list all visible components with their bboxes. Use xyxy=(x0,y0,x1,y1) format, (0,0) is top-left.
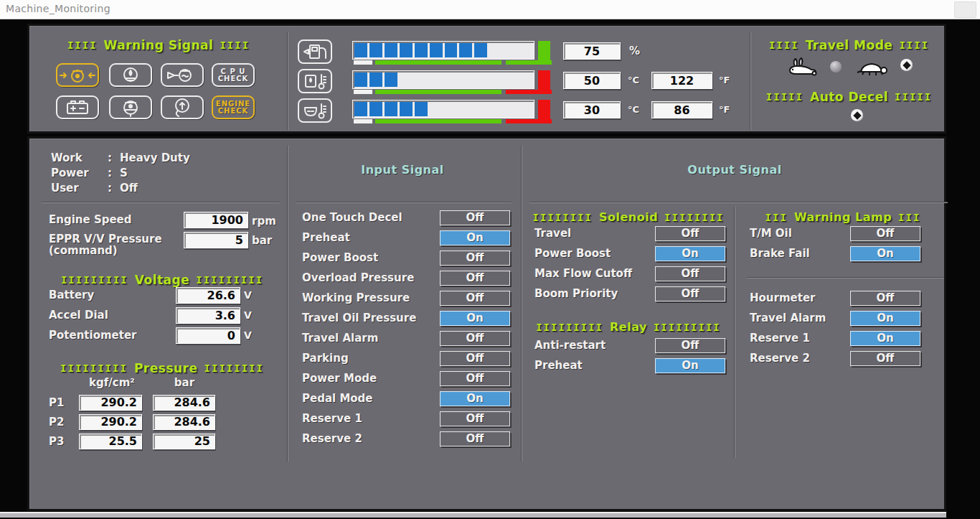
coolant-temp-f-field[interactable]: 122 xyxy=(651,72,712,89)
gauge-segment xyxy=(354,73,367,87)
title-ticks: IIIIIIII xyxy=(664,212,724,223)
engine-oil-pressure-icon xyxy=(57,65,98,85)
gauge-segment xyxy=(430,43,443,57)
hydraulic-oil-temp-c-field[interactable]: 30 xyxy=(563,101,621,118)
pressure-row: P1 290.2 284.6 xyxy=(49,393,242,412)
window-bottom-scrollbar[interactable] xyxy=(0,512,946,518)
gauge-segment xyxy=(400,102,413,116)
coolant-temp-c-field[interactable]: 50 xyxy=(563,72,621,89)
panel-divider xyxy=(287,32,288,130)
water-separator-warning-button[interactable] xyxy=(109,95,152,119)
info-separator: : xyxy=(100,151,120,164)
voltage-label: Accel Dial xyxy=(49,309,176,322)
input-signal-rows: One Touch Decel Off Preheat On Power Boo… xyxy=(302,207,510,449)
signal-state-button[interactable]: Off xyxy=(440,210,510,225)
fuel-percent-field[interactable]: 75 xyxy=(563,42,621,60)
pressure-bar-field[interactable]: 284.6 xyxy=(153,414,215,430)
signal-state-button[interactable]: Off xyxy=(850,291,920,306)
warning-lamp-row: Reserve 2 Off xyxy=(750,348,920,368)
hydraulic-oil-temp-c-unit: °C xyxy=(628,104,639,115)
signal-state-button[interactable]: Off xyxy=(655,266,725,281)
signal-state-button[interactable]: On xyxy=(850,246,920,261)
signal-state-button[interactable]: Off xyxy=(655,226,725,241)
engine-speed-field[interactable]: 1900 xyxy=(184,212,248,228)
battery-icon xyxy=(57,97,98,118)
signal-state-button[interactable]: Off xyxy=(440,271,510,286)
coolant-temp-gauge-icon xyxy=(298,69,332,93)
title-ticks: IIIII xyxy=(766,91,804,103)
fuel-gauge-bar xyxy=(352,41,534,60)
voltage-field[interactable]: 3.6 xyxy=(176,307,240,324)
signal-state-button[interactable]: Off xyxy=(850,351,920,366)
voltage-label: Potentiometer xyxy=(49,329,176,342)
signal-state-button[interactable]: Off xyxy=(440,371,510,386)
input-signal-row: Power Boost Off xyxy=(302,248,510,268)
input-signal-row: Overload Pressure Off xyxy=(302,268,510,288)
signal-state-button[interactable]: On xyxy=(655,358,725,373)
engine-speed-unit: rpm xyxy=(252,215,276,228)
column-divider xyxy=(521,146,522,462)
signal-state-button[interactable]: Off xyxy=(850,226,920,241)
section-divider xyxy=(747,277,943,279)
signal-state-button[interactable]: Off xyxy=(440,291,510,306)
output-subdivider xyxy=(734,207,735,458)
air-cleaner-warning-button[interactable] xyxy=(161,95,204,119)
signal-label: T/M Oil xyxy=(750,227,850,240)
signal-state-button[interactable]: On xyxy=(850,311,920,326)
gauge-segment xyxy=(385,73,397,87)
signal-state-button[interactable]: Off xyxy=(440,331,510,346)
pressure-kgf-field[interactable]: 290.2 xyxy=(79,414,142,430)
signal-state-button[interactable]: Off xyxy=(440,411,510,426)
pressure-bar-field[interactable]: 284.6 xyxy=(153,395,215,411)
gauge-segment xyxy=(459,43,472,57)
pressure-kgf-field[interactable]: 25.5 xyxy=(79,434,142,449)
battery-warning-button[interactable] xyxy=(56,95,99,119)
title-ticks: IIII xyxy=(220,39,250,51)
hydraulic-oil-temp-f-unit: °F xyxy=(719,104,730,115)
machine-info-block: Work : Heavy Duty Power : S User : Off xyxy=(51,150,288,195)
hydraulic-oil-temp-f-field[interactable]: 86 xyxy=(651,101,712,118)
signal-state-button[interactable]: Off xyxy=(655,338,725,353)
fuel-level-icon xyxy=(298,39,332,64)
gauge-segment xyxy=(519,73,532,87)
eppr-pressure-field[interactable]: 5 xyxy=(184,232,248,248)
machine-info-row: Power : S xyxy=(51,165,288,180)
voltage-row: Accel Dial 3.6 V xyxy=(49,305,261,325)
fuel-limit-indicator xyxy=(538,41,550,65)
window-control-button[interactable] xyxy=(954,1,976,18)
air-intake-warning-button[interactable] xyxy=(161,63,204,87)
voltage-field[interactable]: 26.6 xyxy=(176,287,240,304)
input-signal-row: One Touch Decel Off xyxy=(302,207,510,228)
pressure-kgf-field[interactable]: 290.2 xyxy=(79,395,142,411)
gauge-segment xyxy=(385,102,397,116)
engine-check-button[interactable]: ENGINE CHECK xyxy=(212,95,255,119)
signal-state-button[interactable]: Off xyxy=(655,286,725,301)
signal-state-button[interactable]: On xyxy=(440,230,510,246)
signal-state-button[interactable]: Off xyxy=(440,431,510,446)
info-value: Off xyxy=(120,182,138,195)
gauge-segment xyxy=(519,43,532,57)
signal-state-button[interactable]: On xyxy=(440,391,510,406)
signal-state-button[interactable]: On xyxy=(440,311,510,326)
signal-state-button[interactable]: On xyxy=(655,246,725,261)
gauge-segment xyxy=(354,102,367,116)
signal-state-button[interactable]: Off xyxy=(440,351,510,366)
gauge-scale-normal xyxy=(375,90,501,94)
cpu-check-button[interactable]: C P U CHECK xyxy=(212,63,255,87)
signal-label: Hourmeter xyxy=(750,291,850,304)
signal-label: Preheat xyxy=(534,359,655,372)
signal-state-button[interactable]: On xyxy=(850,331,920,346)
coolant-temp-warning-button[interactable] xyxy=(109,63,152,87)
pressure-port-label: P3 xyxy=(49,435,79,448)
eppr-pressure-unit: bar xyxy=(252,234,272,247)
signal-label: Travel xyxy=(534,227,655,240)
voltage-unit: V xyxy=(240,289,261,301)
voltage-field[interactable]: 0 xyxy=(176,327,240,344)
water-separator-icon xyxy=(110,97,151,118)
gauge-segment xyxy=(489,102,502,116)
engine-oil-pressure-warning-button[interactable] xyxy=(56,63,99,87)
pressure-bar-field[interactable]: 25 xyxy=(153,434,215,449)
input-signal-row: Working Pressure Off xyxy=(302,288,510,308)
warning-signal-title: IIII Warning Signal IIII xyxy=(29,38,288,52)
signal-state-button[interactable]: Off xyxy=(440,251,510,266)
